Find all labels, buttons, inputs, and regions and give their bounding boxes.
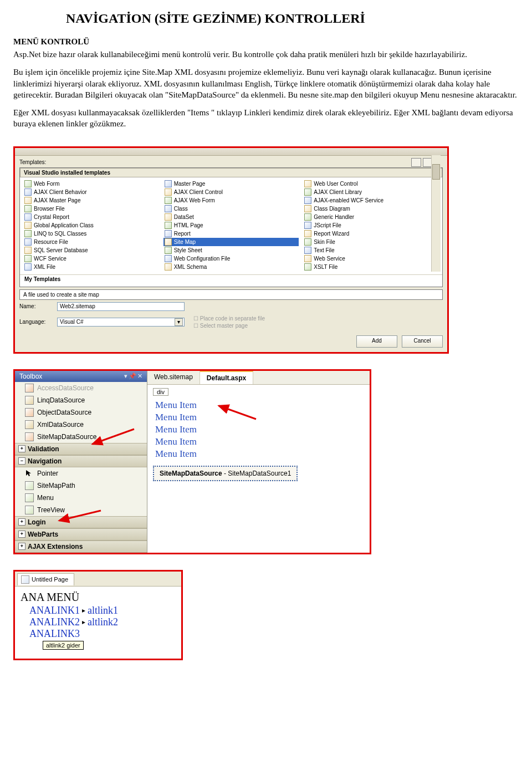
menu-main-link[interactable]: ANALINK3 (29, 628, 80, 640)
menu-item-placeholder[interactable]: Menu Item (155, 411, 364, 424)
pin-icon[interactable]: 📌 (129, 373, 136, 380)
browser-tab[interactable]: Untitled Page (17, 573, 74, 585)
template-item[interactable]: Class Diagram (303, 205, 439, 213)
template-item[interactable]: Crystal Report (23, 213, 159, 221)
template-item[interactable]: Master Page (163, 180, 299, 188)
template-item[interactable]: Web User Control (303, 180, 439, 188)
file-icon (24, 205, 32, 212)
template-item[interactable]: WCF Service (23, 254, 159, 263)
sitemapdatasource-control[interactable]: SiteMapDataSource - SiteMapDataSource1 (153, 466, 298, 481)
template-item-label: AJAX-enabled WCF Service (314, 197, 383, 203)
menu-control[interactable]: Menu ItemMenu ItemMenu ItemMenu ItemMenu… (155, 399, 364, 460)
pointer-icon (25, 469, 34, 478)
templates-scrollbar[interactable] (431, 155, 441, 272)
template-item[interactable]: Style Sheet (163, 246, 299, 254)
template-item[interactable]: Skin File (303, 238, 439, 246)
component-icon (25, 493, 34, 502)
template-item[interactable]: AJAX Client Control (163, 188, 299, 196)
menu-link-row[interactable]: ANALINK3 (21, 628, 176, 640)
menu-sub-link[interactable]: altlink2 (88, 616, 118, 628)
file-icon (24, 222, 32, 229)
template-item[interactable]: Web Service (303, 254, 439, 263)
category-navigation[interactable]: −Navigation (15, 455, 147, 467)
template-item-label: Text File (314, 247, 334, 253)
template-item[interactable]: Global Application Class (23, 221, 159, 230)
menu-link-row[interactable]: ANALINK1▸altlink1 (21, 605, 176, 616)
menu-main-link[interactable]: ANALINK1 (29, 605, 80, 616)
template-item[interactable]: AJAX Web Form (163, 196, 299, 205)
tab-web-sitemap[interactable]: Web.sitemap (147, 371, 200, 384)
file-icon (304, 230, 311, 237)
toolbox-panel: Toolbox ▾ 📌 ✕ AccessDataSourceLinqDataSo… (15, 371, 147, 553)
template-item-label: Web Service (314, 256, 345, 262)
category-ajax-extensions[interactable]: +AJAX Extensions (15, 541, 147, 553)
toolbox-item[interactable]: Menu (15, 492, 147, 504)
template-item-label: Site Map (174, 239, 196, 245)
template-item[interactable]: HTML Page (163, 221, 299, 230)
menu-sub-link[interactable]: altlink1 (88, 605, 118, 616)
arrow-annotation-icon (54, 508, 104, 525)
template-item[interactable]: Text File (303, 246, 439, 254)
template-item[interactable]: Web Form (23, 180, 159, 188)
toolbox-title-bar: Toolbox ▾ 📌 ✕ (15, 371, 147, 382)
category-webparts[interactable]: +WebParts (15, 528, 147, 541)
file-icon (304, 238, 311, 246)
menu-item-placeholder[interactable]: Menu Item (155, 436, 364, 448)
add-button[interactable]: Add (356, 335, 397, 348)
expand-icon: + (18, 531, 25, 538)
template-item[interactable]: XML File (23, 263, 159, 271)
toolbox-item[interactable]: Pointer (15, 467, 147, 480)
template-item[interactable]: Resource File (23, 238, 159, 246)
template-item[interactable]: AJAX Master Page (23, 196, 159, 205)
template-item[interactable]: Class (163, 205, 299, 213)
template-item[interactable]: Report (163, 230, 299, 238)
template-item[interactable]: Browser File (23, 205, 159, 213)
template-item-label: Skin File (314, 239, 335, 245)
template-item[interactable]: SQL Server Database (23, 246, 159, 254)
template-item[interactable]: JScript File (303, 221, 439, 230)
cancel-button[interactable]: Cancel (402, 335, 443, 348)
name-input[interactable]: Web2.sitemap (57, 302, 185, 311)
language-select[interactable]: Visual C# ▾ (57, 318, 185, 327)
tab-default-aspx[interactable]: Default.aspx (200, 371, 253, 384)
template-item[interactable]: LINQ to SQL Classes (23, 230, 159, 238)
file-icon (304, 213, 311, 221)
template-item[interactable]: Web Configuration File (163, 254, 299, 263)
language-label: Language: (19, 319, 54, 325)
menu-item-placeholder[interactable]: Menu Item (155, 424, 364, 436)
template-item[interactable]: Report Wizard (303, 230, 439, 238)
template-item[interactable]: XML Schema (163, 263, 299, 271)
toolbox-item[interactable]: ObjectDataSource (15, 406, 147, 419)
template-item[interactable]: AJAX-enabled WCF Service (303, 196, 439, 205)
toolbox-item[interactable]: SiteMapPath (15, 480, 147, 492)
dropdown-icon[interactable]: ▾ (124, 373, 127, 380)
template-item[interactable]: DataSet (163, 213, 299, 221)
menu-item-placeholder[interactable]: Menu Item (155, 399, 364, 411)
close-icon[interactable]: ✕ (137, 373, 142, 380)
view-large-icons-button[interactable] (411, 158, 421, 167)
file-icon (24, 255, 32, 262)
file-icon (304, 205, 311, 212)
place-code-checkbox[interactable]: Place code in separate file (193, 315, 265, 322)
arrow-annotation-icon (214, 401, 259, 424)
menu-item-placeholder[interactable]: Menu Item (155, 448, 364, 460)
toolbox-item[interactable]: LinqDataSource (15, 394, 147, 406)
file-icon (24, 263, 32, 271)
toolbox-item-label: Menu (37, 494, 54, 502)
template-item-label: LINQ to SQL Classes (34, 231, 86, 237)
template-item[interactable]: XSLT File (303, 263, 439, 271)
template-item[interactable]: Site Map (163, 238, 299, 246)
toolbox-item[interactable]: AccessDataSource (15, 382, 147, 394)
file-icon (165, 255, 172, 262)
file-icon (165, 230, 172, 237)
template-item[interactable]: AJAX Client Behavior (23, 188, 159, 196)
paragraph: Eğer XML dosyası kullanmayacaksak özelli… (13, 107, 519, 130)
menu-link-row[interactable]: ANALINK2▸altlink2 (21, 616, 176, 628)
menu-main-link[interactable]: ANALINK2 (29, 616, 80, 628)
template-item[interactable]: AJAX Client Library (303, 188, 439, 196)
select-master-page-checkbox[interactable]: Select master page (193, 323, 265, 329)
template-item[interactable]: Generic Handler (303, 213, 439, 221)
template-item-label: Generic Handler (314, 214, 354, 220)
chevron-right-icon: ▸ (82, 606, 85, 615)
templates-label: Templates: (15, 156, 447, 167)
